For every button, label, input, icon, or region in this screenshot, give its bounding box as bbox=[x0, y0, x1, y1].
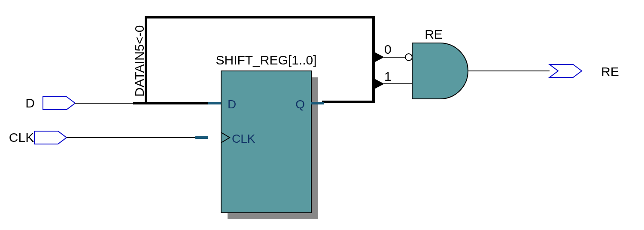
gate-name: RE bbox=[425, 27, 443, 41]
and-gate-body bbox=[412, 43, 468, 99]
output-re-label: RE bbox=[601, 64, 619, 79]
inversion-bubble bbox=[405, 54, 412, 61]
register-name: SHIFT_REG[1..0] bbox=[216, 53, 316, 67]
input-clk-symbol bbox=[34, 131, 67, 144]
output-port-re: RE bbox=[550, 64, 619, 79]
bus-feedback-label: DATAIN5<-0 bbox=[132, 25, 146, 97]
and-gate-re: RE bbox=[405, 27, 468, 99]
bus-tap-1 bbox=[374, 78, 384, 89]
gate-input0-label: 0 bbox=[384, 42, 392, 56]
register-q-port: Q bbox=[295, 98, 305, 111]
register-clk-port: CLK bbox=[232, 132, 255, 145]
schematic-canvas: D CLK DATAIN5<-0 SHIFT_REG[1..0] D Q CLK… bbox=[0, 0, 644, 230]
input-d-symbol bbox=[43, 97, 75, 110]
bus-tap-0 bbox=[374, 52, 384, 63]
register-d-port: D bbox=[228, 98, 236, 111]
output-re-symbol bbox=[550, 64, 582, 77]
input-port-clk: CLK bbox=[9, 130, 67, 144]
input-d-label: D bbox=[25, 96, 35, 110]
input-port-d: D bbox=[25, 96, 75, 110]
gate-input1-label: 1 bbox=[384, 69, 392, 83]
input-clk-label: CLK bbox=[9, 130, 34, 144]
